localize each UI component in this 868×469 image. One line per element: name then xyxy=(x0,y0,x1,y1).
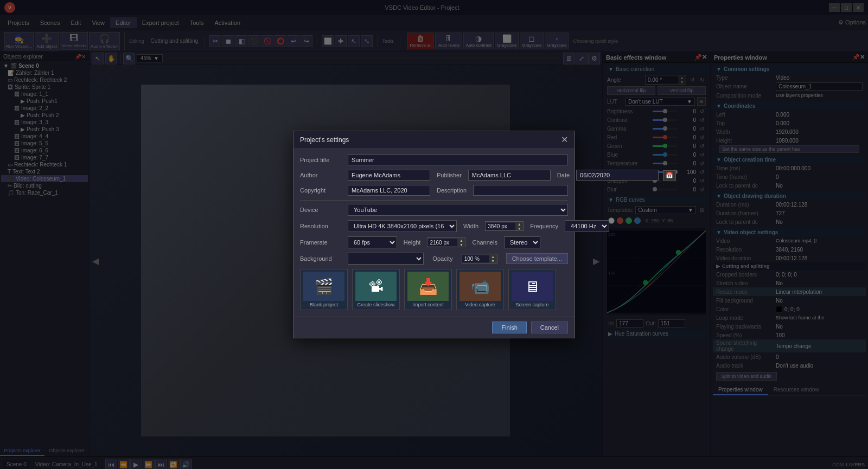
author-pub-row: Author Publisher Date 📅 xyxy=(300,170,568,181)
height-input[interactable] xyxy=(427,239,457,246)
dialog-body: Project title Author Publisher Date 📅 Co… xyxy=(293,148,575,317)
framerate-row: Framerate 60 fps Height ▲ ▼ Channels Ste… xyxy=(300,236,568,248)
choose-template-button[interactable]: Choose template... xyxy=(506,253,568,264)
project-title-row: Project title xyxy=(300,155,568,165)
opacity-input[interactable] xyxy=(462,255,489,262)
template-blank[interactable]: 🎬 Blank project xyxy=(300,269,348,310)
cancel-button[interactable]: Cancel xyxy=(531,322,568,333)
dialog-title-bar: Project's settings ✕ xyxy=(293,131,575,148)
frequency-dropdown[interactable]: 44100 Hz xyxy=(565,220,609,232)
resolution-dropdown[interactable]: Ultra HD 4K 3840x2160 pixels (16 xyxy=(348,220,457,232)
dialog-templates: 🎬 Blank project 📽 Create slideshow 📥 Imp… xyxy=(300,269,568,310)
opacity-input-wrapper: ▲ ▼ xyxy=(462,254,497,264)
opacity-down[interactable]: ▼ xyxy=(489,259,497,263)
device-dropdown[interactable]: YouTube xyxy=(348,204,568,216)
dialog-overlay: Project's settings ✕ Project title Autho… xyxy=(0,0,868,469)
template-screen-capture[interactable]: 🖥 Screen capture xyxy=(508,269,556,310)
width-input-wrapper: ▲ ▼ xyxy=(485,221,524,231)
dialog-footer: Finish Cancel xyxy=(293,317,575,338)
copyright-input[interactable] xyxy=(348,185,430,196)
width-down[interactable]: ▼ xyxy=(515,226,523,230)
video-capture-icon: 📹 xyxy=(459,272,501,301)
width-input[interactable] xyxy=(486,223,515,230)
calendar-button[interactable]: 📅 xyxy=(663,170,676,181)
slideshow-icon: 📽 xyxy=(355,272,397,301)
project-title-input[interactable] xyxy=(348,155,568,165)
dialog-close-button[interactable]: ✕ xyxy=(561,134,568,145)
template-video-capture[interactable]: 📹 Video capture xyxy=(456,269,504,310)
height-input-wrapper: ▲ ▼ xyxy=(427,237,465,247)
screen-capture-icon: 🖥 xyxy=(512,272,553,301)
projects-settings-dialog: Project's settings ✕ Project title Autho… xyxy=(293,131,575,338)
height-down[interactable]: ▼ xyxy=(457,242,465,247)
opacity-up[interactable]: ▲ xyxy=(489,254,497,259)
framerate-dropdown[interactable]: 60 fps xyxy=(348,236,397,248)
template-import[interactable]: 📥 Import content xyxy=(404,269,452,310)
divider xyxy=(300,200,568,201)
channels-dropdown[interactable]: Stereo xyxy=(504,236,540,248)
author-input[interactable] xyxy=(348,170,430,181)
publisher-input[interactable] xyxy=(468,170,551,181)
template-slideshow[interactable]: 📽 Create slideshow xyxy=(352,269,400,310)
background-dropdown[interactable] xyxy=(348,253,424,265)
date-input[interactable] xyxy=(576,170,659,181)
blank-icon: 🎬 xyxy=(303,272,344,301)
opacity-spinners: ▲ ▼ xyxy=(489,254,497,263)
import-icon: 📥 xyxy=(407,272,449,301)
finish-button[interactable]: Finish xyxy=(492,322,526,333)
height-up[interactable]: ▲ xyxy=(457,238,465,242)
width-up[interactable]: ▲ xyxy=(515,222,523,226)
description-input[interactable] xyxy=(473,185,568,196)
height-spinners: ▲ ▼ xyxy=(457,238,465,247)
width-spinners: ▲ ▼ xyxy=(515,222,523,230)
copyright-desc-row: Copyright Description xyxy=(300,185,568,196)
resolution-row: Resolution Ultra HD 4K 3840x2160 pixels … xyxy=(300,220,568,232)
background-row: Background Opacity ▲ ▼ Choose template..… xyxy=(300,253,568,265)
device-row: Device YouTube xyxy=(300,204,568,216)
